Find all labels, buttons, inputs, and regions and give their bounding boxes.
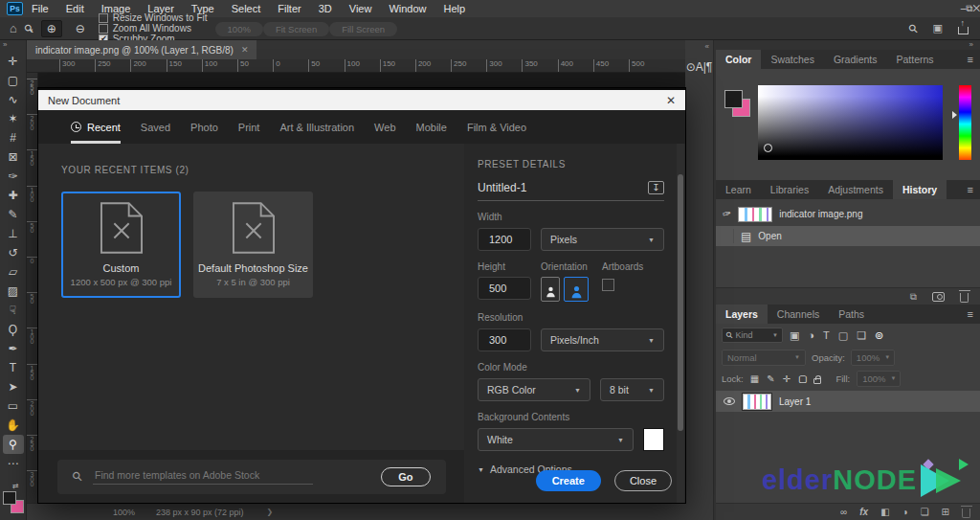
dialog-tab[interactable]: Photo [190,110,218,144]
zoom-level[interactable]: 100% [113,508,135,517]
dialog-close-icon[interactable]: ✕ [666,94,676,107]
zoom-preset-button[interactable]: Fill Screen [329,22,397,36]
artboards-checkbox[interactable] [602,279,614,291]
height-input[interactable]: 500 [478,277,531,300]
pen-tool[interactable]: ✒ [3,339,24,358]
panel-menu-icon[interactable]: ≡ [968,308,980,320]
zoom-out-button[interactable]: ⊖ [70,20,91,37]
panel-tab[interactable]: Color [716,50,761,69]
create-button[interactable]: Create [536,470,601,491]
eraser-tool[interactable]: ▱ [3,262,24,282]
dialog-tab[interactable]: Recent [71,110,121,144]
dock-collapse-icon[interactable]: « [705,42,713,51]
menu-item[interactable]: File [23,3,57,14]
dialog-tab[interactable]: Mobile [416,110,447,144]
paragraph-panel-icon[interactable]: ¶ [706,60,712,74]
panel-tab[interactable]: Layers [716,305,768,324]
panel-tab[interactable]: Libraries [761,180,818,199]
lock-paint-icon[interactable]: ✎ [767,373,774,384]
panel-tab[interactable]: Patterns [886,50,943,69]
filter-smart-object-icon[interactable]: ❏ [857,329,866,342]
menu-item[interactable]: Window [380,3,434,14]
menu-item[interactable]: Select [223,3,270,14]
foreground-background-swatches[interactable]: ⇄ [2,482,27,518]
document-tab[interactable]: indicator image.png @ 100% (Layer 1, RGB… [27,40,256,59]
orientation-landscape-button[interactable] [564,277,589,302]
path-selection-tool[interactable]: ➤ [3,377,24,396]
resolution-unit-dropdown[interactable]: Pixels/Inch▼ [541,328,664,351]
panel-tab[interactable]: History [893,180,947,199]
new-group-icon[interactable]: ❏ [921,507,929,517]
background-contents-dropdown[interactable]: White▼ [478,428,634,451]
scrollbar-thumb[interactable] [678,174,683,431]
clone-stamp-tool[interactable]: ⊥ [3,224,24,243]
move-tool[interactable]: ✛ [3,52,24,71]
delete-layer-icon[interactable] [962,509,970,518]
dialog-tab[interactable]: Web [374,110,395,144]
status-menu-chevron-icon[interactable]: ❯ [267,508,274,516]
lock-artboard-icon[interactable]: ▢ [798,373,807,384]
lock-all-icon[interactable] [813,378,821,384]
panel-tab[interactable]: Gradients [824,50,887,69]
rectangle-tool[interactable]: ▭ [3,396,24,416]
crop-tool[interactable]: # [3,128,24,147]
background-color-swatch[interactable] [643,428,664,451]
saturation-brightness-field[interactable] [758,85,943,160]
gradient-tool[interactable]: ▨ [3,282,24,301]
rectangular-marquee-tool[interactable]: ▢ [3,71,24,90]
link-layers-icon[interactable]: ∞ [840,507,847,517]
lock-move-icon[interactable]: ✛ [783,373,791,384]
preset-card[interactable]: Custom 1200 x 500 px @ 300 ppi [61,192,181,298]
history-source-well[interactable] [723,229,734,243]
go-button[interactable]: Go [381,467,430,486]
edit-toolbar[interactable]: ⋯ [3,454,24,473]
history-step-row[interactable]: ▤ Open [716,226,980,246]
character-panel-icon[interactable]: A| [696,60,706,74]
filter-shape-icon[interactable]: ▢ [838,329,848,342]
snapshot-thumbnail[interactable] [738,207,772,222]
filter-pin-icon[interactable]: ⊚ [875,329,883,342]
color-mode-dropdown[interactable]: RGB Color▼ [478,378,590,401]
width-input[interactable]: 1200 [478,228,531,251]
opacity-dropdown[interactable]: 100%▼ [851,350,895,366]
zoom-preset-button[interactable]: Fit Screen [263,22,329,36]
panel-tab[interactable]: Swatches [761,50,824,69]
history-snapshot-row[interactable]: ✑ indicator image.png [716,204,980,224]
orientation-portrait-button[interactable] [541,277,560,302]
share-icon[interactable] [958,27,969,34]
document-name-input[interactable]: Untitled-1 [478,181,648,194]
zoom-tool-icon[interactable]: ⚲▾ [25,22,33,35]
menu-item[interactable]: Help [435,3,475,14]
dialog-scrollbar[interactable] [677,144,684,503]
panel-menu-icon[interactable]: ≡ [968,184,980,195]
menu-item[interactable]: 3D [310,3,341,14]
dodge-tool[interactable]: Ϙ [3,320,24,339]
workspace-icon[interactable]: ▣ [933,22,943,34]
menu-item[interactable]: View [341,3,381,14]
blend-mode-dropdown[interactable]: Normal▼ [722,350,806,366]
dialog-tab[interactable]: Saved [141,110,170,144]
eyedropper-tool[interactable]: ✑ [3,167,24,186]
filter-image-icon[interactable]: ▣ [790,329,799,342]
menu-item[interactable]: Edit [57,3,93,14]
object-selection-tool[interactable]: ✶ [3,109,24,128]
hand-tool[interactable]: ✋ [3,416,24,435]
lasso-tool[interactable]: ∿ [3,90,24,109]
stock-search-input[interactable]: Find more templates on Adobe Stock [93,469,313,485]
new-snapshot-icon[interactable] [932,292,945,302]
dialog-tab[interactable]: Art & Illustration [279,110,354,144]
layer-thumbnail[interactable] [743,394,771,410]
fill-dropdown[interactable]: 100%▼ [857,371,901,387]
document-tab-close-icon[interactable]: ✕ [241,45,249,55]
dialog-tab[interactable]: Film & Video [467,110,526,144]
menu-item[interactable]: Filter [269,3,309,14]
panel-menu-icon[interactable]: ≡ [968,54,980,65]
history-brush-tool[interactable]: ↺ [3,243,24,262]
filter-type-icon[interactable]: T [823,329,830,342]
layer-filter-dropdown[interactable]: ⚲Kind▼ [722,328,783,343]
dialog-tab[interactable]: Print [238,110,260,144]
zoom-preset-button[interactable]: 100% [215,22,263,36]
brush-tool[interactable]: ✎ [3,205,24,224]
lock-transparency-icon[interactable]: ▦ [750,373,759,384]
home-icon[interactable]: ⌂ [10,21,17,35]
